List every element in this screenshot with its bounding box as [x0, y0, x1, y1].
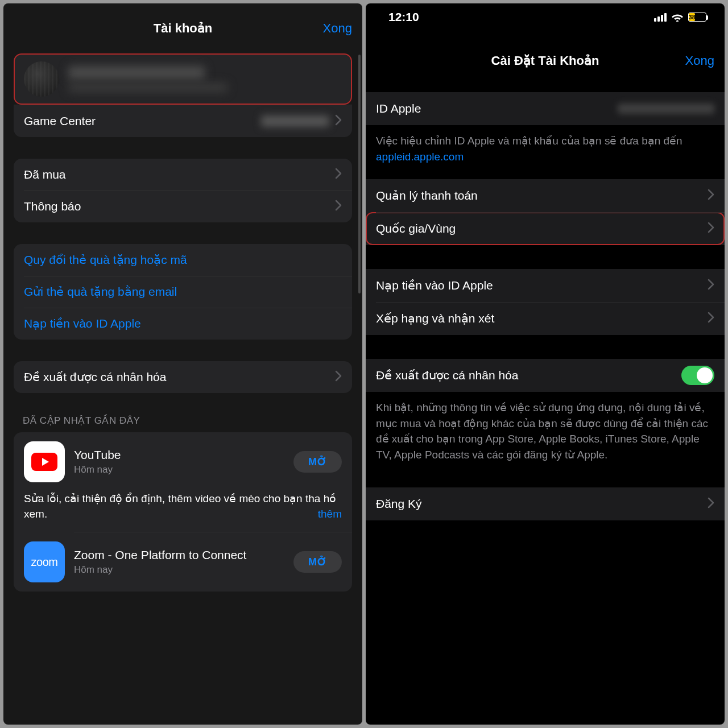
- notifications-row[interactable]: Thông báo: [14, 191, 352, 222]
- app-name: YouTube: [74, 448, 284, 462]
- send-gift-label: Gửi thẻ quà tặng bằng email: [24, 285, 342, 299]
- chevron-right-icon: [335, 200, 342, 214]
- send-gift-row[interactable]: Gửi thẻ quà tặng bằng email: [14, 276, 352, 308]
- account-screen: Tài khoản Xong Game Center Đã mua T: [3, 3, 362, 725]
- appleid-link[interactable]: appleid.apple.com: [376, 151, 464, 163]
- apple-id-value-redacted: [618, 104, 714, 114]
- more-link[interactable]: thêm: [318, 507, 342, 522]
- profile-row[interactable]: [14, 53, 352, 105]
- redeem-label: Quy đổi thẻ quà tặng hoặc mã: [24, 253, 342, 267]
- scrollbar[interactable]: [358, 55, 361, 293]
- nav-title: Tài khoản: [3, 21, 362, 36]
- add-funds-label: Nạp tiền vào ID Apple: [24, 317, 342, 330]
- apple-id-label: ID Apple: [376, 102, 618, 115]
- apple-id-row[interactable]: ID Apple: [366, 92, 725, 125]
- add-funds-row[interactable]: Nạp tiền vào ID Apple: [366, 269, 725, 302]
- cellular-signal-icon: [654, 13, 667, 22]
- app-info: Zoom - One Platform to Connect Hôm nay: [74, 548, 284, 576]
- personalized-toggle-group: Đề xuất được cá nhân hóa: [366, 359, 725, 392]
- app-row-zoom[interactable]: zoom Zoom - One Platform to Connect Hôm …: [14, 532, 352, 592]
- profile-name-redacted: [68, 66, 205, 80]
- nav-bar: Tài khoản Xong: [3, 3, 362, 49]
- manage-payments-row[interactable]: Quản lý thanh toán: [366, 179, 725, 212]
- gift-links-group: Quy đổi thẻ quà tặng hoặc mã Gửi thẻ quà…: [14, 244, 352, 340]
- subscriptions-label: Đăng Ký: [376, 497, 702, 511]
- gamecenter-label: Game Center: [24, 114, 261, 128]
- youtube-play-icon: [31, 453, 57, 471]
- nav-bar: Cài Đặt Tài Khoản Xong: [366, 41, 725, 81]
- open-button-zoom[interactable]: MỞ: [293, 551, 342, 573]
- wifi-icon: [671, 13, 684, 22]
- payment-region-group: Quản lý thanh toán Quốc gia/Vùng: [366, 179, 725, 245]
- personalized-footer: Khi bật, những thông tin về việc sử dụng…: [366, 392, 725, 477]
- personalized-toggle[interactable]: [681, 366, 714, 385]
- apple-id-group: ID Apple: [366, 92, 725, 125]
- app-desc-text: Sửa lỗi, cải thiện độ ổn định, thêm vide…: [24, 493, 336, 520]
- profile-email-redacted: [68, 83, 228, 92]
- gamecenter-row[interactable]: Game Center: [14, 105, 352, 137]
- personalized-label: Đề xuất được cá nhân hóa: [376, 369, 681, 382]
- recent-updates-header: ĐÃ CẬP NHẬT GẦN ĐÂY: [3, 415, 362, 432]
- status-time: 12:10: [388, 10, 419, 24]
- app-sub: Hôm nay: [74, 564, 284, 576]
- chevron-right-icon: [708, 222, 714, 236]
- personalized-row[interactable]: Đề xuất được cá nhân hóa: [14, 361, 352, 393]
- funds-ratings-group: Nạp tiền vào ID Apple Xếp hạng và nhận x…: [366, 269, 725, 335]
- personalized-toggle-row[interactable]: Đề xuất được cá nhân hóa: [366, 359, 725, 392]
- recent-updates-group: YouTube Hôm nay MỞ Sửa lỗi, cải thiện độ…: [14, 432, 352, 592]
- app-row-youtube[interactable]: YouTube Hôm nay MỞ: [14, 432, 352, 491]
- chevron-right-icon: [708, 189, 714, 203]
- apple-id-note-text: Việc hiệu chỉnh ID Apple và mật khẩu của…: [376, 135, 682, 147]
- app-info: YouTube Hôm nay: [74, 448, 284, 475]
- country-region-row[interactable]: Quốc gia/Vùng: [366, 212, 725, 245]
- content-area: Game Center Đã mua Thông báo Quy đổi thẻ…: [3, 49, 362, 725]
- battery-level: 38: [689, 13, 695, 21]
- done-button[interactable]: Xong: [685, 53, 714, 68]
- chevron-right-icon: [335, 114, 342, 129]
- chevron-right-icon: [708, 279, 714, 293]
- zoom-app-icon: zoom: [24, 541, 65, 582]
- ratings-reviews-label: Xếp hạng và nhận xét: [376, 312, 702, 325]
- content-area: ID Apple Việc hiệu chỉnh ID Apple và mật…: [366, 81, 725, 725]
- add-funds-row[interactable]: Nạp tiền vào ID Apple: [14, 308, 352, 340]
- app-name: Zoom - One Platform to Connect: [74, 548, 284, 562]
- chevron-right-icon: [708, 312, 714, 326]
- notifications-label: Thông báo: [24, 200, 329, 213]
- chevron-right-icon: [335, 370, 342, 384]
- profile-text: [68, 66, 342, 92]
- gamecenter-value-redacted: [261, 115, 329, 127]
- gamecenter-group: Game Center: [14, 105, 352, 137]
- done-button[interactable]: Xong: [323, 21, 352, 36]
- avatar: [24, 61, 59, 97]
- status-right: 38: [654, 13, 706, 22]
- ratings-reviews-row[interactable]: Xếp hạng và nhận xét: [366, 302, 725, 335]
- chevron-right-icon: [335, 168, 342, 182]
- redeem-row[interactable]: Quy đổi thẻ quà tặng hoặc mã: [14, 244, 352, 276]
- country-region-label: Quốc gia/Vùng: [376, 222, 702, 235]
- personalized-label: Đề xuất được cá nhân hóa: [24, 370, 329, 384]
- status-bar: 12:10 38: [366, 3, 725, 31]
- purchased-row[interactable]: Đã mua: [14, 159, 352, 191]
- manage-payments-label: Quản lý thanh toán: [376, 189, 702, 202]
- chevron-right-icon: [708, 497, 714, 511]
- apple-id-footer: Việc hiệu chỉnh ID Apple và mật khẩu của…: [366, 125, 725, 179]
- add-funds-label: Nạp tiền vào ID Apple: [376, 279, 702, 292]
- purchases-group: Đã mua Thông báo: [14, 159, 352, 222]
- youtube-app-icon: [24, 441, 65, 482]
- battery-icon: 38: [688, 13, 706, 22]
- purchased-label: Đã mua: [24, 168, 329, 181]
- personalized-group: Đề xuất được cá nhân hóa: [14, 361, 352, 393]
- subscriptions-row[interactable]: Đăng Ký: [366, 487, 725, 520]
- zoom-logo-text: zoom: [31, 556, 58, 569]
- open-button-youtube[interactable]: MỞ: [293, 451, 342, 473]
- subscriptions-group: Đăng Ký: [366, 487, 725, 520]
- nav-title: Cài Đặt Tài Khoản: [366, 53, 725, 68]
- account-settings-screen: 12:10 38 Cài Đặt Tài Khoản Xong ID Apple…: [366, 3, 725, 725]
- app-sub: Hôm nay: [74, 464, 284, 475]
- app-desc-youtube: Sửa lỗi, cải thiện độ ổn định, thêm vide…: [14, 491, 352, 532]
